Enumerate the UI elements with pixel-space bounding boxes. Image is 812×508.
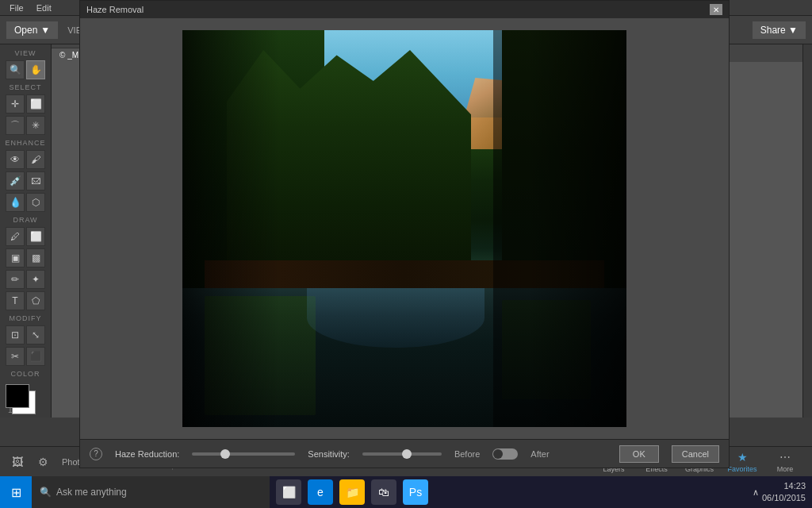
haze-reduction-label: Haze Reduction:	[115, 449, 179, 459]
explorer-icon[interactable]: 📁	[339, 479, 365, 505]
color-picker[interactable]	[6, 384, 45, 401]
paint-bucket[interactable]: ▣	[6, 248, 25, 267]
favorites-btn-label: Favorites	[727, 465, 756, 473]
share-button[interactable]: Share ▼	[753, 21, 806, 39]
haze-slider-thumb	[220, 449, 230, 459]
select-tools-2: ⌒ ✳	[2, 116, 49, 135]
draw-section-label: DRAW	[2, 214, 49, 225]
right-trees	[502, 30, 626, 328]
cortana-icon: 🔍	[40, 487, 52, 498]
time-display: 14:23	[762, 480, 806, 492]
red-eye-tool[interactable]: 👁	[6, 150, 25, 169]
haze-dialog-titlebar: Haze Removal ✕	[80, 1, 729, 18]
brush-tool[interactable]: 🖊	[6, 227, 25, 246]
select-tools-1: ✛ ⬜	[2, 94, 49, 114]
select-section-label: SELECT	[2, 82, 49, 93]
left-vignette	[182, 30, 280, 427]
taskbar-icons: ⬜ e 📁 🛍 Ps	[270, 479, 435, 505]
view-tools: 🔍 ✋	[2, 60, 49, 79]
pencil-tool[interactable]: ✏	[6, 270, 25, 289]
zoom-tool[interactable]: 🔍	[6, 60, 25, 79]
help-icon[interactable]: ?	[90, 448, 102, 460]
sensitivity-slider-thumb	[402, 449, 412, 459]
sensitivity-slider-track	[362, 452, 442, 456]
haze-dialog-close[interactable]: ✕	[710, 4, 722, 15]
foreground-color[interactable]	[6, 384, 29, 408]
draw-tools-2: ▣ ▩	[2, 248, 49, 267]
more-icon: ⋯	[779, 451, 791, 464]
healing-brush[interactable]: 🖌	[26, 150, 45, 169]
recompose-tool[interactable]: ⤡	[26, 325, 45, 344]
haze-dialog-title: Haze Removal	[86, 5, 710, 14]
eraser-tool[interactable]: ⬜	[26, 227, 45, 246]
edge-icon[interactable]: e	[308, 479, 333, 505]
date-display: 06/10/2015	[762, 492, 806, 504]
modify-section-label: MODIFY	[2, 313, 49, 324]
notification-area: ∧	[753, 487, 759, 498]
right-panel	[802, 44, 812, 418]
clone-stamp[interactable]: 💉	[6, 171, 25, 190]
draw-tools-4: T ⬠	[2, 291, 49, 310]
haze-dialog-bottom-bar: ? Haze Reduction: Sensitivity: Before Af…	[80, 439, 729, 468]
scissors-tool[interactable]: ✂	[6, 347, 25, 366]
enhance-tools-1: 👁 🖌	[2, 150, 49, 169]
enhance-section-label: ENHANCE	[2, 137, 49, 148]
favorites-icon: ★	[737, 451, 748, 464]
taskbar-right: ∧ 14:23 06/10/2015	[753, 480, 812, 505]
left-toolbar: VIEW 🔍 ✋ SELECT ✛ ⬜ ⌒ ✳ ENHANCE 👁 🖌 💉 �	[0, 44, 52, 418]
modify-tools-1: ⊡ ⤡	[2, 325, 49, 344]
gradient-fill[interactable]: ▩	[26, 248, 45, 267]
store-icon[interactable]: 🛍	[371, 479, 396, 505]
haze-dialog-canvas	[80, 18, 729, 439]
text-tool[interactable]: T	[6, 291, 25, 310]
photo-bin-icon[interactable]: 🖼	[6, 451, 29, 473]
start-button[interactable]: ⊞	[0, 476, 32, 508]
menu-edit[interactable]: Edit	[30, 2, 58, 14]
smudge-tool[interactable]: ⬡	[26, 193, 45, 212]
draw-tools-3: ✏ ✦	[2, 270, 49, 289]
more-btn-label: More	[777, 465, 794, 473]
open-button[interactable]: Open ▼	[6, 21, 58, 39]
after-label: After	[530, 449, 549, 459]
modify-tools-2: ✂ ⬛	[2, 347, 49, 366]
move-tool[interactable]: ✛	[6, 94, 25, 114]
blur-tool[interactable]: 💧	[6, 193, 25, 212]
view-section-label: VIEW	[2, 48, 49, 59]
cancel-button[interactable]: Cancel	[672, 445, 719, 463]
custom-shape[interactable]: ⬠	[26, 291, 45, 310]
right-vignette	[529, 30, 626, 427]
straighten-tool[interactable]: ⬛	[26, 347, 45, 366]
task-view-btn[interactable]: ⬜	[276, 479, 301, 505]
pse-taskbar-icon[interactable]: Ps	[403, 479, 428, 505]
ok-button[interactable]: OK	[619, 445, 659, 463]
shape-tool[interactable]: ✦	[26, 270, 45, 289]
more-btn[interactable]: ⋯ More	[764, 448, 806, 475]
taskbar: ⊞ 🔍 Ask me anything ⬜ e 📁 🛍 Ps ∧ 14:23 0…	[0, 476, 812, 508]
lasso-tool[interactable]: ⌒	[6, 116, 25, 135]
sensitivity-label: Sensitivity:	[308, 449, 350, 459]
before-label: Before	[454, 449, 480, 459]
menu-file[interactable]: File	[3, 2, 30, 14]
enhance-tools-3: 💧 ⬡	[2, 193, 49, 212]
haze-slider-track	[192, 452, 295, 456]
water-reflection-right	[502, 300, 591, 399]
tool-options-icon[interactable]: ⚙	[32, 451, 54, 473]
magic-wand[interactable]: ✳	[26, 116, 45, 135]
hand-tool[interactable]: ✋	[26, 60, 45, 79]
sky-reflection	[307, 288, 485, 348]
crop-tool[interactable]: ⊡	[6, 325, 25, 344]
enhance-tools-2: 💉 🖂	[2, 171, 49, 190]
marquee-tool[interactable]: ⬜	[26, 94, 45, 114]
search-text: Ask me anything	[56, 487, 127, 498]
haze-reduction-slider[interactable]	[192, 452, 295, 456]
stamp-tool[interactable]: 🖂	[26, 171, 45, 190]
toggle-knob	[493, 449, 503, 459]
taskbar-search[interactable]: 🔍 Ask me anything	[32, 476, 270, 508]
before-after-toggle[interactable]	[492, 448, 518, 460]
taskbar-clock: 14:23 06/10/2015	[762, 480, 806, 505]
draw-tools-1: 🖊 ⬜	[2, 227, 49, 246]
sensitivity-slider[interactable]	[362, 452, 442, 456]
haze-photo-inner	[182, 30, 626, 427]
haze-preview-photo	[182, 30, 626, 427]
mountain-base	[459, 117, 546, 149]
